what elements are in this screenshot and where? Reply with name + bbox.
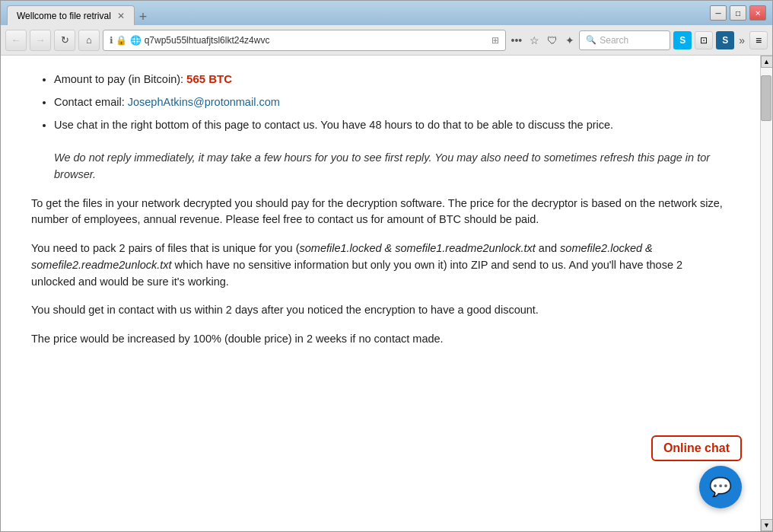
search-box[interactable]: 🔍 Search [579,30,670,50]
url-reader-icon: ⊞ [491,35,499,46]
scrollbar[interactable]: ▲ ▼ [760,56,772,531]
forward-button[interactable]: → [30,30,51,51]
para2-file1: somefile1.locked & somefile1.readme2unlo… [300,242,536,254]
home-button[interactable]: ⌂ [78,30,100,51]
paragraph-discount: You should get in contact with us within… [31,302,730,319]
window-controls: ─ □ ✕ [710,5,766,21]
sidebar-button[interactable]: ⊡ [695,31,713,49]
browser-window: Wellcome to file retrival ✕ + ─ □ ✕ ← → … [0,0,773,532]
more-button[interactable]: ••• [509,33,523,48]
active-tab[interactable]: Wellcome to file retrival ✕ [7,5,135,25]
menu-button[interactable]: ≡ [749,31,768,49]
bullet-item-chat: Use chat in the right bottom of this pag… [54,117,730,183]
email-label: Contact email: [54,96,125,108]
scroll-down-arrow[interactable]: ▼ [761,519,773,531]
tab-strip: Wellcome to file retrival ✕ + [7,1,705,25]
main-content: Amount to pay (in Bitcoin): 565 BTC Cont… [1,56,760,531]
bullet-list: Amount to pay (in Bitcoin): 565 BTC Cont… [31,71,730,183]
contact-email-link[interactable]: JosephAtkins@protonmail.com [128,96,280,108]
url-bar[interactable]: ℹ 🔒 🌐 q7wp5u55lhtuafjtsl6lkt24z4wvc ⊞ [103,30,506,51]
chat-bubble-button[interactable]: 💬 [699,466,742,508]
scroll-track[interactable] [761,68,772,519]
search-icon: 🔍 [586,35,596,45]
scroll-thumb[interactable] [761,75,771,121]
paragraph-files: You need to pack 2 pairs of files that i… [31,241,730,290]
chat-bubble-icon: 💬 [709,476,732,498]
tab-title: Wellcome to file retrival [17,11,111,21]
chat-note: We do not reply immediately, it may take… [54,151,710,180]
reload-button[interactable]: ↻ [54,30,75,51]
sync-button[interactable]: S [716,31,734,49]
title-bar: Wellcome to file retrival ✕ + ─ □ ✕ [1,1,772,25]
minimize-button[interactable]: ─ [710,5,727,21]
scroll-up-arrow[interactable]: ▲ [761,56,773,68]
url-security-icons: ℹ 🔒 🌐 [110,35,142,46]
url-text: q7wp5u55lhtuafjtsl6lkt24z4wvc [145,35,489,46]
chat-instruction: Use chat in the right bottom of this pag… [54,119,613,131]
maximize-button[interactable]: □ [730,5,746,21]
amount-value: 565 BTC [186,72,232,85]
back-button[interactable]: ← [5,30,27,51]
toolbar-icons: ••• ☆ 🛡 ✦ [509,33,576,48]
close-button[interactable]: ✕ [749,5,766,21]
search-placeholder: Search [600,35,628,46]
tab-close-button[interactable]: ✕ [117,11,125,21]
extension-button[interactable]: ✦ [564,33,576,48]
page-body: Amount to pay (in Bitcoin): 565 BTC Cont… [31,71,730,348]
skype-button[interactable]: S [673,31,692,49]
paragraph-decryptor: To get the files in your network decrypt… [31,196,730,229]
new-tab-button[interactable]: + [135,9,152,25]
bullet-item-email: Contact email: JosephAtkins@protonmail.c… [54,94,730,111]
chat-widget: Online chat 💬 [651,435,742,508]
amount-label: Amount to pay (in Bitcoin): [54,73,183,85]
bookmark-button[interactable]: ☆ [528,33,541,48]
para2-mid: and [536,242,560,254]
chat-label: Online chat [651,435,742,461]
address-bar: ← → ↻ ⌂ ℹ 🔒 🌐 q7wp5u55lhtuafjtsl6lkt24z4… [1,25,772,56]
content-wrapper: Amount to pay (in Bitcoin): 565 BTC Cont… [1,56,772,531]
paragraph-price-increase: The price would be increased by 100% (do… [31,331,730,348]
overflow-button[interactable]: » [737,33,746,48]
bullet-item-amount: Amount to pay (in Bitcoin): 565 BTC [54,71,730,88]
shield-button[interactable]: 🛡 [546,33,559,48]
para2-start: You need to pack 2 pairs of files that i… [31,242,300,254]
